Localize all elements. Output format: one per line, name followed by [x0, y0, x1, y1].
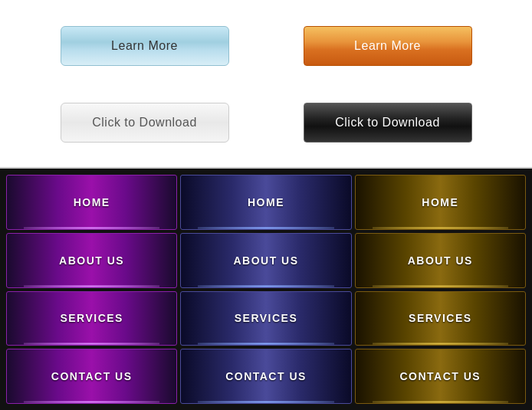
nav-contact-purple[interactable]: CONTACT US: [6, 349, 177, 404]
learn-more-blue-button[interactable]: Learn More: [61, 26, 229, 66]
nav-contact-gold[interactable]: CONTACT US: [355, 349, 526, 404]
nav-grid: HOME HOME HOME ABOUT US ABOUT US ABOUT U…: [0, 169, 532, 410]
nav-contact-blue[interactable]: CONTACT US: [180, 349, 351, 404]
nav-services-purple[interactable]: SERVICES: [6, 291, 177, 346]
nav-about-blue[interactable]: ABOUT US: [180, 233, 351, 288]
nav-about-purple[interactable]: ABOUT US: [6, 233, 177, 288]
click-to-download-gray-button[interactable]: Click to Download: [61, 103, 229, 143]
nav-home-gold[interactable]: HOME: [355, 175, 526, 230]
click-to-download-dark-button[interactable]: Click to Download: [304, 103, 472, 143]
top-section: Learn More Learn More Click to Download …: [0, 0, 532, 169]
nav-home-purple[interactable]: HOME: [6, 175, 177, 230]
nav-services-gold[interactable]: SERVICES: [355, 291, 526, 346]
nav-home-blue[interactable]: HOME: [180, 175, 351, 230]
nav-services-blue[interactable]: SERVICES: [180, 291, 351, 346]
learn-more-orange-button[interactable]: Learn More: [304, 26, 472, 66]
nav-about-gold[interactable]: ABOUT US: [355, 233, 526, 288]
